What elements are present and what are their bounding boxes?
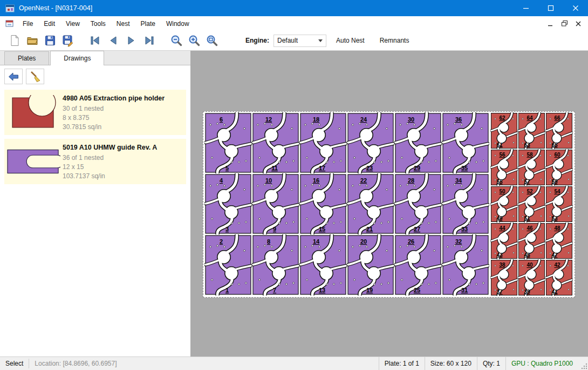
mdi-close-button[interactable]	[572, 18, 585, 29]
menu-item-nest[interactable]: Nest	[111, 17, 135, 30]
tab-drawings[interactable]: Drawings	[50, 51, 104, 65]
nested-part-pair[interactable]: 54 53	[545, 186, 573, 223]
part-number: 58	[527, 152, 533, 158]
close-icon	[572, 5, 579, 11]
nested-part-pair[interactable]: 50 49	[490, 186, 518, 223]
nested-part-pair[interactable]: 46 45	[518, 223, 545, 259]
menu-item-tools[interactable]: Tools	[85, 17, 111, 30]
nest-plate[interactable]: 6 5 12 11 18 17 24 23	[203, 111, 575, 298]
drawing-nested-count: 30 of 1 nested	[63, 104, 165, 113]
mdi-restore-button[interactable]	[558, 18, 571, 29]
part-number: 2	[220, 238, 223, 245]
nested-part-pair[interactable]: 56 55	[490, 149, 518, 186]
close-button[interactable]	[563, 0, 588, 16]
menu-item-edit[interactable]: Edit	[38, 17, 60, 30]
nested-part-pair[interactable]: 36 35	[442, 112, 489, 173]
zoom-out-button[interactable]	[167, 32, 185, 49]
part-number: 9	[273, 226, 276, 232]
engine-dropdown[interactable]: Default	[274, 35, 326, 47]
nested-part-pair[interactable]: 24 23	[347, 112, 394, 173]
zoom-toolbar-group	[167, 32, 221, 49]
nested-part-pair[interactable]: 6 5	[204, 112, 252, 173]
part-number: 21	[366, 226, 373, 232]
nested-part-pair[interactable]: 26 25	[394, 234, 442, 295]
new-button[interactable]	[5, 32, 23, 49]
drawing-list-item[interactable]: 4980 A05 Extraction pipe holder30 of 1 n…	[4, 90, 186, 135]
nested-part-pair[interactable]: 34 33	[442, 173, 489, 234]
drawing-thumbnail	[5, 93, 60, 132]
sidebar-tabs: PlatesDrawings	[0, 51, 190, 65]
nested-part-pair[interactable]: 52 51	[518, 186, 545, 223]
nested-part-pair[interactable]: 66 65	[545, 112, 573, 149]
nested-part-pair[interactable]: 20 19	[347, 234, 394, 295]
mdi-close-icon	[575, 21, 582, 27]
nested-part-pair[interactable]: 38 37	[490, 259, 518, 296]
nest-canvas[interactable]: 6 5 12 11 18 17 24 23	[190, 51, 588, 356]
maximize-button[interactable]	[538, 0, 563, 16]
nested-part-pair[interactable]: 64 63	[518, 112, 545, 149]
part-number: 44	[499, 225, 505, 231]
clean-broom-button[interactable]	[26, 69, 44, 84]
nested-part-pair[interactable]: 8 7	[252, 234, 299, 295]
auto-nest-button[interactable]: Auto Nest	[331, 34, 370, 47]
tab-plates[interactable]: Plates	[4, 51, 49, 65]
nested-part-pair[interactable]: 32 31	[442, 234, 489, 295]
save-button[interactable]	[41, 32, 59, 49]
open-button[interactable]	[23, 32, 41, 49]
nested-part-pair[interactable]: 10 9	[252, 173, 299, 234]
nested-part-pair[interactable]: 48 47	[545, 223, 573, 259]
nested-part-pair[interactable]: 2 1	[204, 234, 252, 295]
engine-label: Engine:	[245, 37, 269, 44]
nested-part-pair[interactable]: 18 17	[299, 112, 347, 173]
menu-item-plate[interactable]: Plate	[135, 17, 161, 30]
nested-part-pair[interactable]: 40 39	[518, 259, 545, 296]
drawing-title: 5019 A10 UHMW guide Rev. A	[63, 144, 157, 151]
assign-arrow-button[interactable]	[4, 69, 23, 84]
nested-part-pair[interactable]: 30 29	[394, 112, 442, 173]
part-number: 16	[313, 177, 319, 184]
part-number: 37	[496, 289, 503, 295]
menu-item-window[interactable]: Window	[161, 17, 195, 30]
nested-part-pair[interactable]: 44 43	[490, 223, 518, 259]
part-number: 50	[499, 189, 505, 194]
part-number: 51	[524, 216, 530, 221]
last-button[interactable]	[140, 32, 158, 49]
nested-part-pair[interactable]: 42 41	[545, 259, 573, 296]
status-bar: Select Location: [84.8696, 60.6957] Plat…	[0, 356, 588, 370]
minimize-button[interactable]	[514, 0, 538, 16]
nested-part-pair[interactable]: 28 27	[394, 173, 442, 234]
part-number: 48	[554, 225, 560, 231]
drawing-title: 4980 A05 Extraction pipe holder	[63, 95, 165, 102]
zoom-in-button[interactable]	[185, 32, 203, 49]
nested-part-pair[interactable]: 58 57	[518, 149, 545, 186]
mdi-window-controls	[544, 18, 585, 29]
menu-item-file[interactable]: File	[17, 17, 38, 30]
nested-part-pair[interactable]: 60 59	[545, 149, 573, 186]
mdi-restore-icon	[561, 20, 568, 27]
part-number: 31	[461, 287, 468, 293]
mdi-minimize-button[interactable]	[544, 18, 557, 29]
save-as-button[interactable]	[59, 32, 77, 49]
first-button[interactable]	[86, 32, 104, 49]
part-number: 7	[273, 287, 276, 293]
nested-part-pair[interactable]: 4 3	[204, 173, 252, 234]
part-number: 18	[313, 116, 319, 123]
save-as-icon	[61, 34, 74, 47]
part-number: 56	[499, 152, 505, 158]
nested-part-pair[interactable]: 12 11	[252, 112, 299, 173]
sidebar: PlatesDrawings 4980 A05 Extraction pipe …	[0, 51, 190, 356]
remnants-button[interactable]: Remnants	[374, 34, 415, 47]
zoom-fit-button[interactable]	[203, 32, 221, 49]
nested-part-pair[interactable]: 22 21	[347, 173, 394, 234]
resize-grip[interactable]	[578, 357, 588, 370]
nested-part-pair[interactable]: 14 13	[299, 234, 347, 295]
assign-arrow-icon	[7, 70, 20, 83]
nested-part-pair[interactable]: 62 61	[490, 112, 518, 149]
drawing-thumbnail	[5, 142, 60, 181]
part-number: 34	[455, 177, 462, 184]
drawing-list-item[interactable]: 5019 A10 UHMW guide Rev. A36 of 1 nested…	[4, 139, 186, 184]
menu-item-view[interactable]: View	[60, 17, 85, 30]
next-button[interactable]	[122, 32, 140, 49]
nested-part-pair[interactable]: 16 15	[299, 173, 347, 234]
previous-button[interactable]	[104, 32, 122, 49]
